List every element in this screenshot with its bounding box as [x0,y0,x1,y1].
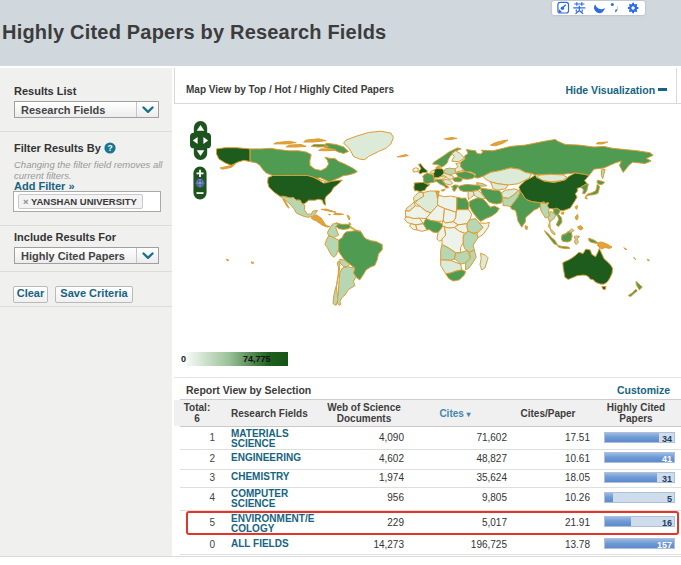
svg-text:?: ? [107,143,112,153]
